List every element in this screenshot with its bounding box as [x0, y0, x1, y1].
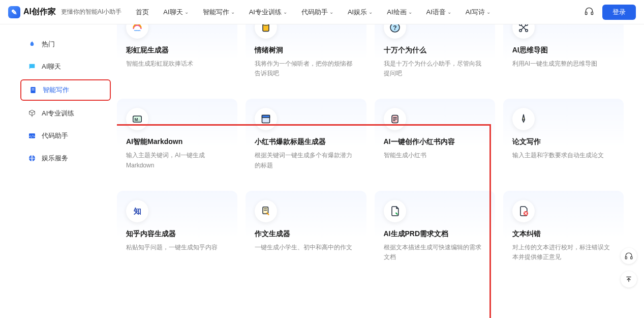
svg-rect-1 — [591, 12, 593, 14]
sidebar-item-3[interactable]: AI专业训练 — [20, 104, 111, 123]
logo[interactable]: ✎ AI创作家 — [8, 6, 56, 18]
sidebar-item-1[interactable]: AI聊天 — [20, 57, 111, 76]
svg-text:M↓: M↓ — [135, 118, 140, 122]
svg-rect-22 — [393, 118, 397, 119]
chevron-down-icon: ⌄ — [185, 9, 189, 15]
card-desc: 输入主题和字数要求自动生成论文 — [512, 151, 615, 160]
tool-card[interactable]: ?十万个为什么我是十万个为什么小助手，尽管向我提问吧 — [375, 24, 495, 90]
nav-item-0[interactable]: 首页 — [136, 8, 149, 17]
chevron-down-icon: ⌄ — [369, 9, 373, 15]
card-icon — [255, 200, 277, 222]
card-desc: 根据文本描述生成可快速编辑的需求文档 — [384, 243, 486, 262]
sidebar-item-5[interactable]: 娱乐服务 — [20, 149, 111, 168]
nav-label: 代码助手 — [301, 8, 328, 17]
logo-icon: ✎ — [8, 6, 20, 18]
card-icon — [384, 200, 406, 222]
card-desc: 利用AI一键生成完整的思维导图 — [512, 59, 615, 69]
back-to-top-button[interactable] — [621, 271, 637, 287]
chevron-down-icon: ⌄ — [447, 9, 451, 15]
nav-item-3[interactable]: AI专业训练⌄ — [249, 8, 287, 17]
chevron-down-icon: ⌄ — [283, 9, 287, 15]
sidebar-item-4[interactable]: </>代码助手 — [20, 126, 111, 146]
sidebar-item-0[interactable]: 热门 — [20, 35, 111, 54]
nav-item-1[interactable]: AI聊天⌄ — [163, 8, 188, 17]
chevron-down-icon: ⌄ — [486, 9, 490, 15]
sidebar-item-label: AI聊天 — [42, 62, 61, 71]
chevron-down-icon: ⌄ — [231, 9, 235, 15]
svg-rect-27 — [264, 209, 267, 209]
card-desc: 根据关键词一键生成多个有爆款潜力的标题 — [255, 151, 357, 170]
flame-icon — [27, 40, 37, 49]
sidebar-item-label: AI专业训练 — [42, 109, 74, 118]
nav-item-4[interactable]: 代码助手⌄ — [301, 8, 333, 17]
svg-rect-0 — [586, 12, 587, 14]
svg-point-9 — [263, 24, 269, 25]
chevron-down-icon: ⌄ — [329, 9, 333, 15]
cube-icon — [27, 109, 37, 118]
card-title: 情绪树洞 — [255, 46, 357, 55]
tool-card[interactable]: 彩虹屁生成器智能生成彩虹屁吹捧话术 — [117, 24, 237, 90]
card-icon — [384, 108, 406, 130]
card-icon: 知 — [126, 200, 148, 222]
card-title: 十万个为什么 — [384, 46, 486, 55]
svg-rect-30 — [625, 257, 627, 259]
tool-card[interactable]: 知知乎内容生成器粘贴知乎问题，一键生成知乎内容 — [117, 191, 237, 273]
login-button[interactable]: 登录 — [602, 5, 636, 20]
card-desc: 一键生成小学生、初中和高中的作文 — [255, 243, 357, 252]
svg-rect-3 — [32, 89, 34, 89]
nav-label: AI绘画 — [387, 8, 406, 17]
card-icon — [512, 108, 535, 130]
sidebar-item-2[interactable]: 智能写作 — [20, 79, 111, 101]
nav-item-2[interactable]: 智能写作⌄ — [203, 8, 235, 17]
svg-text:?: ? — [393, 24, 396, 32]
svg-text:知: 知 — [133, 207, 141, 215]
card-title: AI一键创作小红书内容 — [384, 137, 486, 147]
nav-label: AI聊天 — [163, 8, 182, 17]
chat-icon — [27, 62, 37, 71]
support-button[interactable] — [621, 248, 637, 264]
sidebar-item-label: 娱乐服务 — [42, 154, 68, 163]
nav-item-8[interactable]: AI写诗⌄ — [466, 8, 490, 17]
card-title: 小红书爆款标题生成器 — [255, 137, 357, 147]
card-title: AI思维导图 — [512, 46, 615, 55]
code-icon: </> — [27, 131, 37, 140]
svg-rect-28 — [264, 210, 267, 211]
tool-card[interactable]: AI一键创作小红书内容智能生成小红书 — [375, 99, 495, 181]
card-title: 彩虹屁生成器 — [126, 46, 228, 55]
nav-item-5[interactable]: AI娱乐⌄ — [348, 8, 373, 17]
tool-card[interactable]: 文本纠错对上传的文本进行校对，标注错误文本并提供修正意见 — [503, 191, 624, 273]
nav-item-7[interactable]: AI语音⌄ — [426, 8, 451, 17]
card-title: AI生成PRD需求文档 — [384, 229, 486, 239]
card-title: AI智能Markdown — [126, 137, 228, 147]
tool-card[interactable]: 情绪树洞我将作为一个倾听者，把你的烦恼都告诉我吧 — [246, 24, 366, 90]
nav-label: AI娱乐 — [348, 8, 367, 17]
sidebar-item-label: 智能写作 — [43, 85, 69, 95]
tool-card[interactable]: AI思维导图利用AI一键生成完整的思维导图 — [503, 24, 624, 90]
svg-rect-4 — [32, 90, 34, 90]
tool-card[interactable]: 作文生成器一键生成小学生、初中和高中的作文 — [246, 191, 366, 273]
globe-icon — [27, 154, 37, 163]
svg-rect-23 — [393, 119, 397, 120]
tool-card[interactable]: 小红书爆款标题生成器根据关键词一键生成多个有爆款潜力的标题 — [246, 99, 366, 181]
nav-item-6[interactable]: AI绘画⌄ — [387, 8, 412, 17]
card-icon — [512, 24, 535, 39]
tool-card[interactable]: M↓AI智能Markdown输入主题关键词，AI一键生成Markdown — [117, 99, 237, 181]
tool-card[interactable]: AI生成PRD需求文档根据文本描述生成可快速编辑的需求文档 — [375, 191, 495, 273]
card-title: 文本纠错 — [512, 229, 615, 239]
card-desc: 我是十万个为什么小助手，尽管向我提问吧 — [384, 59, 486, 78]
nav-label: AI写诗 — [466, 8, 485, 17]
card-title: 论文写作 — [512, 137, 615, 147]
card-desc: 粘贴知乎问题，一键生成知乎内容 — [126, 243, 228, 252]
nav-label: 首页 — [136, 8, 149, 17]
card-desc: 对上传的文本进行校对，标注错误文本并提供修正意见 — [512, 243, 615, 262]
card-desc: 智能生成彩虹屁吹捧话术 — [126, 59, 228, 69]
nav-label: 智能写作 — [203, 8, 229, 17]
card-icon — [255, 108, 277, 130]
sidebar-item-label: 代码助手 — [42, 131, 68, 140]
card-icon — [126, 24, 148, 39]
tool-card[interactable]: 论文写作输入主题和字数要求自动生成论文 — [503, 99, 624, 181]
card-desc: 输入主题关键词，AI一键生成Markdown — [126, 151, 228, 170]
card-desc: 智能生成小红书 — [384, 151, 486, 160]
headset-icon[interactable] — [584, 6, 594, 18]
card-icon — [255, 24, 277, 39]
